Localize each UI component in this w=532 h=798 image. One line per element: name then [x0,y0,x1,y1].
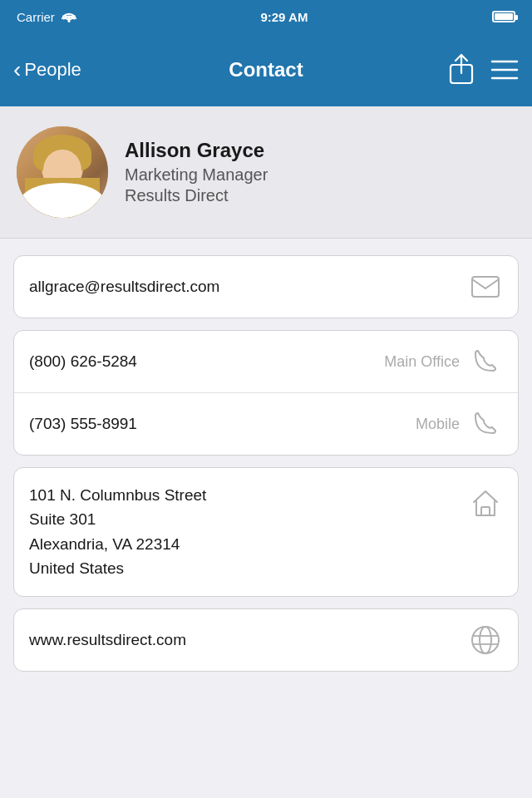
email-value: allgrace@resultsdirect.com [29,278,468,296]
svg-point-7 [472,627,499,653]
email-card: allgrace@resultsdirect.com [13,255,519,318]
contact-content: allgrace@resultsdirect.com (800) 626-528… [0,239,532,688]
address-line4: United States [29,556,468,580]
phone-icon-1 [468,406,503,441]
website-url: www.resultsdirect.com [29,631,468,649]
svg-rect-5 [472,277,499,297]
website-row[interactable]: www.resultsdirect.com [14,609,518,671]
menu-button[interactable] [490,57,519,82]
address-card: 101 N. Columnbus Street Suite 301 Alexan… [13,467,519,597]
avatar [17,126,108,218]
address-line2: Suite 301 [29,507,468,531]
profile-job-title: Marketing Manager [125,165,268,185]
back-chevron-icon: ‹ [13,58,21,81]
phone-icon-0 [468,344,503,379]
nav-bar: ‹ People Contact [0,33,532,106]
svg-point-0 [67,20,70,22]
phone-row-0[interactable]: (800) 626-5284 Main Office [14,331,518,393]
address-line3: Alexandria, VA 22314 [29,532,468,556]
address-text: 101 N. Columnbus Street Suite 301 Alexan… [29,483,468,581]
email-row[interactable]: allgrace@resultsdirect.com [14,256,518,318]
svg-rect-6 [481,507,490,515]
email-icon [468,269,503,304]
back-label: People [24,59,81,81]
status-bar-left: Carrier [17,10,76,24]
carrier-label: Carrier [17,10,55,24]
profile-company: Results Direct [125,186,268,205]
status-bar-right [492,11,515,22]
phone-number-1: (703) 555-8991 [29,415,416,433]
phone-number-0: (800) 626-5284 [29,352,384,371]
globe-icon [468,623,503,658]
address-row[interactable]: 101 N. Columnbus Street Suite 301 Alexan… [14,468,518,596]
svg-point-8 [480,627,491,653]
status-bar-time: 9:29 AM [260,10,308,24]
nav-actions [419,53,519,86]
nav-title: Contact [113,58,419,81]
profile-name: Allison Grayce [125,139,268,162]
wifi-icon [62,11,76,22]
share-button[interactable] [447,53,475,86]
profile-header: Allison Grayce Marketing Manager Results… [0,106,532,239]
home-icon [468,483,503,518]
website-card: www.resultsdirect.com [13,608,519,672]
phone-label-1: Mobile [416,416,460,433]
phone-row-1[interactable]: (703) 555-8991 Mobile [14,393,518,455]
phone-label-0: Main Office [384,353,460,371]
back-button[interactable]: ‹ People [13,58,113,81]
battery-icon [492,11,515,22]
address-line1: 101 N. Columnbus Street [29,483,468,507]
phone-card: (800) 626-5284 Main Office (703) 555-899… [13,330,519,456]
status-bar: Carrier 9:29 AM [0,0,532,33]
profile-info: Allison Grayce Marketing Manager Results… [125,139,268,205]
